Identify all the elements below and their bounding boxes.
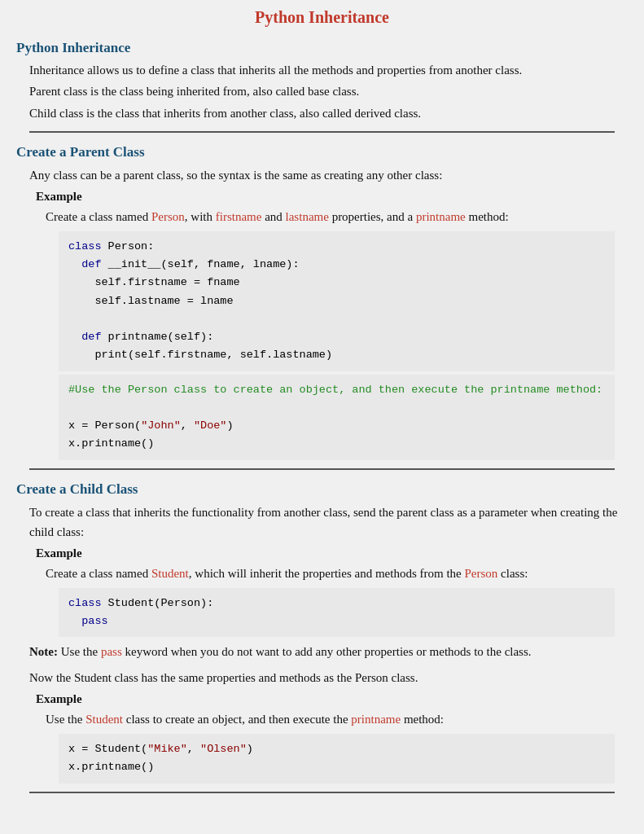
code-block-1: class Person: def __init__(self, fname, … bbox=[59, 231, 615, 371]
printname-ref-1: printname bbox=[416, 210, 466, 223]
body-text-2: Now the Student class has the same prope… bbox=[29, 668, 628, 687]
note-text: Note: Use the pass keyword when you do n… bbox=[29, 642, 628, 661]
person-class-ref-2: Person bbox=[464, 567, 497, 580]
parent-class-heading: Create a Parent Class bbox=[16, 144, 628, 160]
divider-2 bbox=[29, 468, 615, 470]
divider-1 bbox=[29, 131, 615, 133]
parent-class-section: Create a Parent Class Any class can be a… bbox=[16, 144, 628, 470]
example-label-3: Example bbox=[36, 692, 628, 706]
parent-class-body: Any class can be a parent class, so the … bbox=[29, 165, 628, 185]
intro-line-1: Inheritance allows us to define a class … bbox=[29, 61, 628, 80]
example-desc-3: Use the Student class to create an objec… bbox=[46, 709, 628, 729]
example-label-2: Example bbox=[36, 546, 628, 560]
child-class-section: Create a Child Class To create a class t… bbox=[16, 481, 628, 793]
intro-heading: Python Inheritance bbox=[16, 40, 628, 56]
pass-ref-1: pass bbox=[101, 645, 122, 658]
child-class-heading: Create a Child Class bbox=[16, 481, 628, 498]
intro-line-3: Child class is the class that inherits f… bbox=[29, 104, 628, 123]
page-title: Python Inheritance bbox=[16, 8, 628, 27]
intro-line-2: Parent class is the class being inherite… bbox=[29, 82, 628, 101]
intro-section: Python Inheritance Inheritance allows us… bbox=[16, 40, 628, 133]
example-desc-2: Create a class named Student, which will… bbox=[46, 564, 628, 583]
code-block-3: x = Student("Mike", "Olsen") x.printname… bbox=[59, 734, 615, 784]
code-block-2: class Student(Person): pass bbox=[59, 588, 615, 638]
firstname-ref: firstname bbox=[216, 210, 262, 223]
code-block-1b: #Use the Person class to create an objec… bbox=[59, 375, 615, 460]
child-class-body: To create a class that inherits the func… bbox=[29, 503, 628, 542]
student-class-ref-2: Student bbox=[85, 713, 123, 726]
example-label-1: Example bbox=[36, 190, 628, 204]
printname-ref-2: printname bbox=[351, 713, 401, 726]
divider-3 bbox=[29, 792, 615, 793]
person-class-ref-1: Person bbox=[151, 210, 185, 223]
example-desc-1: Create a class named Person, with firstn… bbox=[46, 207, 628, 226]
student-class-ref-1: Student bbox=[151, 567, 189, 580]
lastname-ref: lastname bbox=[286, 210, 329, 223]
